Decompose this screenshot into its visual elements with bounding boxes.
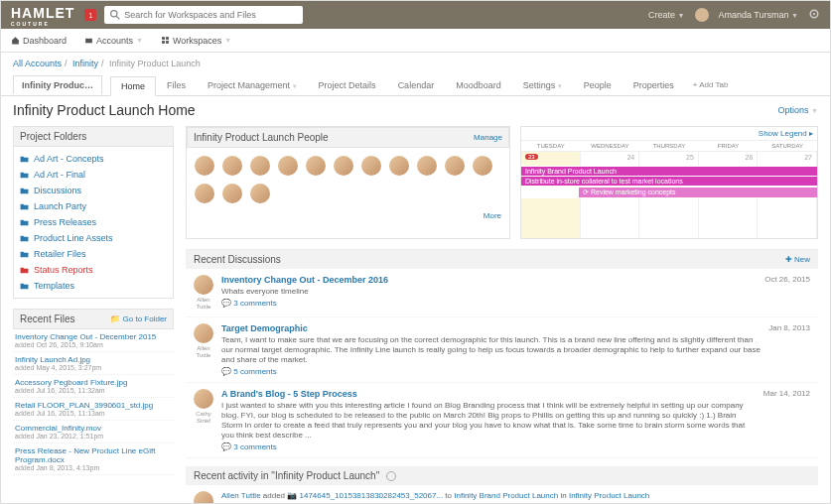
cal-event[interactable]: Distribute in-store collateral to test m… (521, 177, 817, 186)
folder-item[interactable]: Ad Art - Final (14, 167, 173, 183)
discussion-title[interactable]: A Brand's Blog - 5 Step Process (221, 389, 756, 399)
folder-icon (20, 171, 29, 180)
tab-strip: Infinity Product La... Home Files Projec… (1, 74, 830, 96)
manage-people[interactable]: Manage (474, 133, 502, 142)
search-input[interactable] (124, 10, 297, 20)
top-bar: HAMLET COUTURE 1 Create ▼ Amanda Tursman… (1, 1, 830, 29)
folder-item[interactable]: Templates (14, 278, 173, 294)
discussion-comments[interactable]: 💬 3 comments (221, 442, 756, 451)
tab-settings[interactable]: Settings ▾ (512, 75, 573, 95)
cal-day-header: WEDNESDAY (581, 141, 640, 151)
activity-file[interactable]: 1474645_10153813830282453_52067... (300, 491, 444, 500)
cal-event[interactable]: ⟳ Review marketing concepts (579, 188, 817, 197)
people-header: Infinity Product Launch People Manage (187, 127, 509, 148)
person-avatar[interactable] (473, 156, 492, 176)
menu-accounts[interactable]: Accounts ▼ (84, 36, 143, 46)
discussion-title[interactable]: Inventory Change Out - December 2016 (221, 275, 757, 285)
tab-home[interactable]: Home (110, 76, 156, 96)
folder-item[interactable]: Retailer Files (14, 246, 173, 262)
people-more[interactable]: More (484, 211, 501, 220)
recent-file[interactable]: Inventory Change Out - December 2015adde… (13, 329, 174, 352)
menu-bar: Dashboard Accounts ▼ Workspaces ▼ (1, 29, 830, 53)
tab-properties[interactable]: Properties (623, 75, 685, 95)
grid-icon (161, 36, 170, 45)
calendar-widget: Show Legend ▸ TUESDAYWEDNESDAYTHURSDAYFR… (520, 126, 818, 239)
search-box[interactable] (104, 6, 303, 24)
svg-point-0 (111, 11, 117, 17)
recent-file[interactable]: Commercial_Infinity.movadded Jan 23, 201… (13, 421, 174, 443)
user-name[interactable]: Amanda Tursman ▼ (719, 10, 799, 20)
folder-item[interactable]: Discussions (14, 183, 173, 198)
tab-project-details[interactable]: Project Details (308, 75, 387, 95)
refresh-icon[interactable] (386, 471, 396, 481)
person-avatar[interactable] (389, 156, 409, 176)
folder-item[interactable]: Press Releases (14, 214, 173, 230)
person-avatar[interactable] (445, 156, 465, 176)
activity-user[interactable]: Allen Tuttle (221, 491, 261, 500)
discussion-comments[interactable]: 💬 3 comments (221, 299, 757, 308)
tab-project-mgmt[interactable]: Project Management ▾ (197, 75, 308, 95)
user-avatar[interactable] (695, 8, 709, 22)
discussion-comments[interactable]: 💬 5 comments (221, 367, 761, 376)
person-avatar[interactable] (195, 156, 214, 176)
tab-files[interactable]: Files (156, 75, 197, 95)
folder-icon (20, 250, 29, 259)
menu-workspaces[interactable]: Workspaces ▼ (161, 36, 231, 46)
person-avatar[interactable] (222, 184, 242, 203)
person-avatar[interactable] (334, 156, 353, 176)
notification-badge[interactable]: 1 (84, 9, 96, 21)
discussion-title[interactable]: Target Demographic (221, 323, 761, 333)
context-tab[interactable]: Infinity Product La... (13, 75, 102, 94)
recent-files-header: Recent Files 📁 Go to Folder (13, 309, 174, 329)
folder-icon (20, 187, 29, 195)
folder-item[interactable]: Launch Party (14, 198, 173, 214)
folder-item[interactable]: Ad Art - Concepts (14, 151, 173, 167)
new-discussion[interactable]: ✚ New (785, 255, 810, 264)
recent-file[interactable]: Press Release - New Product Line eGift P… (13, 443, 174, 475)
tab-moodboard[interactable]: Moodboard (445, 75, 512, 95)
add-tab[interactable]: + Add Tab (693, 80, 729, 89)
discussion-item: Allen TuttleInventory Change Out - Decem… (186, 269, 818, 317)
cal-event[interactable]: Infinity Brand Product Launch (521, 167, 817, 176)
discussion-avatar (194, 389, 213, 409)
svg-line-1 (117, 16, 120, 19)
folder-item[interactable]: Product Line Assets (14, 230, 173, 246)
cal-day-num[interactable]: 24 (581, 152, 640, 166)
folder-icon (20, 202, 29, 211)
activity-folder[interactable]: Infinity Brand Product Launch (454, 491, 558, 500)
recent-file[interactable]: Retail FLOOR_PLAN_3990601_std.jpgadded J… (13, 398, 174, 421)
person-avatar[interactable] (417, 156, 437, 176)
recent-file[interactable]: Infinity Launch Ad.jpgadded May 4, 2015,… (13, 352, 174, 375)
person-avatar[interactable] (195, 184, 214, 203)
show-legend[interactable]: Show Legend ▸ (759, 129, 813, 138)
crumb-current: Infinity Product Launch (109, 59, 201, 68)
gear-icon[interactable] (808, 8, 820, 22)
tab-people[interactable]: People (573, 75, 623, 95)
crumb-root[interactable]: All Accounts (13, 59, 62, 68)
create-menu[interactable]: Create ▼ (648, 10, 684, 20)
activity-workspace[interactable]: Infinity Product Launch (569, 491, 649, 500)
recent-file[interactable]: Accessory Pegboard Fixture.jpgadded Jul … (13, 375, 174, 398)
cal-day-header: THURSDAY (639, 141, 699, 151)
person-avatar[interactable] (250, 156, 270, 176)
home-icon (11, 36, 20, 45)
folders-list: Ad Art - ConceptsAd Art - FinalDiscussio… (13, 147, 174, 299)
discussions-header: Recent Discussions ✚ New (186, 250, 818, 269)
crumb-account[interactable]: Infinity (72, 59, 98, 68)
cal-day-num[interactable]: 27 (758, 152, 817, 166)
options-menu[interactable]: Options ▼ (778, 105, 818, 115)
folder-item[interactable]: Status Reports (14, 262, 173, 278)
cal-day-num[interactable]: 26 (699, 152, 759, 166)
person-avatar[interactable] (222, 156, 242, 176)
cal-day-num[interactable]: 25 (639, 152, 699, 166)
person-avatar[interactable] (250, 184, 270, 203)
person-avatar[interactable] (306, 156, 326, 176)
discussion-item: Allen TuttleTarget DemographicTeam, I wa… (186, 317, 818, 383)
person-avatar[interactable] (278, 156, 298, 176)
cal-day-num[interactable]: 23 (521, 152, 581, 166)
go-to-folder[interactable]: 📁 Go to Folder (110, 315, 167, 323)
folder-icon (20, 234, 29, 243)
tab-calendar[interactable]: Calendar (387, 75, 446, 95)
person-avatar[interactable] (361, 156, 381, 176)
menu-dashboard[interactable]: Dashboard (11, 36, 67, 46)
